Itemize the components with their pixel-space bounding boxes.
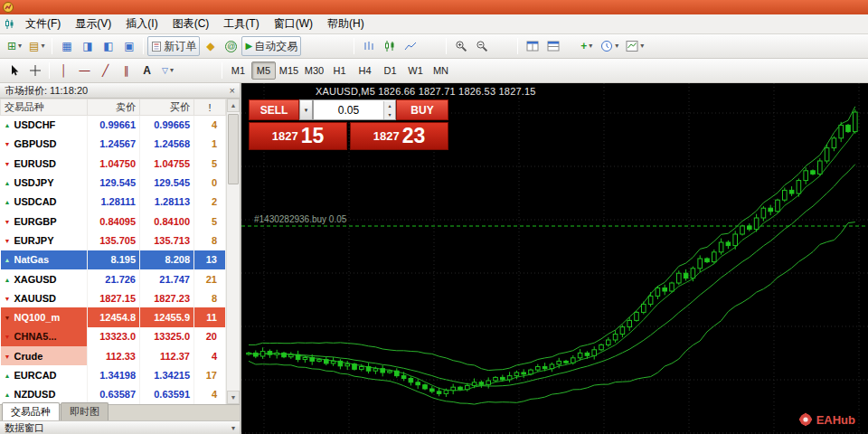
buy-button[interactable]: BUY <box>396 99 448 120</box>
market-watch-toggle-button[interactable]: ▦ <box>56 36 77 56</box>
data-window-header[interactable]: 数据窗口 ▾ <box>0 420 240 434</box>
volume-spinner[interactable]: ▴ ▾ <box>383 101 395 119</box>
market-watch-row-NZDUSD[interactable]: ▲NZDUSD0.635870.635914 <box>1 385 226 404</box>
menu-item-3[interactable]: 图表(C) <box>165 14 217 34</box>
market-watch-row-XAUUSD[interactable]: ▼XAUUSD1827.151827.238 <box>1 288 226 307</box>
zoom-in-button[interactable] <box>450 36 471 56</box>
cascade-windows-button[interactable] <box>542 36 563 56</box>
scroll-down-icon[interactable]: ▼ <box>227 391 240 404</box>
tile-windows-button[interactable] <box>522 36 542 56</box>
timeframe-M1[interactable]: M1 <box>226 61 250 80</box>
horizontal-line-button[interactable]: ― <box>74 61 95 80</box>
chart-line-button[interactable] <box>400 36 420 56</box>
ask-cell: 1.34215 <box>140 365 194 384</box>
timeframe-W1[interactable]: W1 <box>403 61 428 80</box>
market-watch-row-EURGBP[interactable]: ▼EURGBP0.840950.841005 <box>1 212 226 231</box>
vertical-line-button[interactable]: │ <box>53 61 74 80</box>
menu-item-6[interactable]: 帮助(H) <box>320 14 372 34</box>
column-ask[interactable]: 买价 <box>140 99 194 116</box>
shapes-button[interactable]: ▽▾ <box>157 61 178 80</box>
periods-button[interactable]: ▾ <box>597 36 622 56</box>
profiles-button[interactable]: ▤▾ <box>25 36 48 56</box>
menu-item-0[interactable]: 文件(F) <box>18 14 68 34</box>
market-watch-row-USDCHF[interactable]: ▲USDCHF0.996610.996654 <box>1 116 226 135</box>
metaeditor-button[interactable]: ◆ <box>200 36 221 56</box>
menu-item-2[interactable]: 插入(I) <box>118 14 165 34</box>
scrollbar-thumb[interactable] <box>228 114 239 184</box>
chart-candles-button[interactable] <box>379 36 400 56</box>
chevron-down-icon: ▾ <box>170 67 174 74</box>
sell-button[interactable]: SELL <box>249 99 299 120</box>
chart-window-icon <box>4 18 15 30</box>
chart-area[interactable]: XAUUSD,M5 1826.66 1827.71 1826.53 1827.1… <box>241 83 868 434</box>
timeframe-M30[interactable]: M30 <box>302 61 326 80</box>
scroll-up-icon[interactable]: ▲ <box>227 99 240 112</box>
quotes-table-header[interactable]: 交易品种 卖价 买价 ! <box>1 99 226 116</box>
terminal-toggle-button[interactable]: ▣ <box>118 36 139 56</box>
timeframe-M5[interactable]: M5 <box>251 61 276 80</box>
sell-price-display[interactable]: 1827 15 <box>249 122 347 150</box>
navigator-toggle-button[interactable]: ◧ <box>98 36 118 56</box>
menu-item-4[interactable]: 工具(T) <box>216 14 266 34</box>
buy-price-display[interactable]: 1827 23 <box>350 122 448 150</box>
community-button[interactable]: @ <box>221 36 241 56</box>
market-watch-row-USDJPY[interactable]: ▲USDJPY129.545129.5450 <box>1 173 226 192</box>
market-watch-row-CHNA5...[interactable]: ▼CHNA5...13323.013325.020 <box>1 327 226 346</box>
trendline-button[interactable]: ╱ <box>95 61 116 80</box>
new-chart-button[interactable]: ⊞▾ <box>4 36 25 56</box>
scrollbar-track[interactable] <box>227 112 240 391</box>
cursor-button[interactable] <box>4 61 24 80</box>
order-type-dropdown[interactable]: ▾ <box>299 99 313 120</box>
market-watch-row-GBPUSD[interactable]: ▼GBPUSD1.245671.245681 <box>1 135 226 154</box>
column-symbol[interactable]: 交易品种 <box>1 99 88 116</box>
menu-item-1[interactable]: 显示(V) <box>68 14 118 34</box>
channel-button[interactable]: ∥ <box>116 61 137 80</box>
volume-input[interactable]: 0.05 ▴ ▾ <box>313 99 396 120</box>
trend-down-icon: ▼ <box>5 141 14 147</box>
timeframe-H4[interactable]: H4 <box>353 61 377 80</box>
zoom-out-button[interactable] <box>471 36 492 56</box>
tab-交易品种[interactable]: 交易品种 <box>2 402 60 420</box>
menu-item-5[interactable]: 窗口(W) <box>267 14 320 34</box>
autotrading-button[interactable]: ▶自动交易 <box>241 36 301 56</box>
market-watch-row-USDCAD[interactable]: ▲USDCAD1.281111.281132 <box>1 193 226 212</box>
close-icon[interactable]: × <box>230 85 235 96</box>
data-window-toggle-button[interactable]: ◨ <box>77 36 98 56</box>
new-order-button[interactable]: 新订单 <box>147 36 200 56</box>
chevron-down-icon: ▾ <box>615 42 618 50</box>
timeframe-M15[interactable]: M15 <box>277 61 301 80</box>
column-bid[interactable]: 卖价 <box>88 99 140 116</box>
market-watch-row-NatGas[interactable]: ▲NatGas8.1958.20813 <box>1 250 226 269</box>
bid-cell: 1.24567 <box>88 135 140 154</box>
market-watch-row-NQ100_m[interactable]: ▼NQ100_m12454.812455.911 <box>1 307 226 326</box>
spinner-up-icon[interactable]: ▴ <box>384 101 395 110</box>
bid-cell: 129.545 <box>88 173 140 192</box>
text-tool-button[interactable]: A <box>137 61 157 80</box>
timeframe-H1[interactable]: H1 <box>327 61 352 80</box>
market-watch-header: 市场报价: 11:18:20 × <box>0 83 240 99</box>
timeframe-D1[interactable]: D1 <box>378 61 402 80</box>
tab-即时图[interactable]: 即时图 <box>61 402 108 420</box>
market-watch-row-EURCAD[interactable]: ▲EURCAD1.341981.3421517 <box>1 365 226 384</box>
ask-cell: 1827.23 <box>140 288 194 307</box>
sell-price-main: 1827 <box>272 129 298 143</box>
market-watch-row-EURUSD[interactable]: ▼EURUSD1.047501.047555 <box>1 154 226 173</box>
market-watch-row-EURJPY[interactable]: ▼EURJPY135.705135.7138 <box>1 231 226 250</box>
chevron-down-icon[interactable]: ▾ <box>231 424 235 432</box>
column-spread[interactable]: ! <box>194 99 226 116</box>
timeframe-MN[interactable]: MN <box>429 61 453 80</box>
market-watch-row-Crude[interactable]: ▼Crude112.33112.374 <box>1 346 226 365</box>
market-watch-scrollbar[interactable]: ▲ ▼ <box>226 99 240 404</box>
menubar: 文件(F)显示(V)插入(I)图表(C)工具(T)窗口(W)帮助(H) <box>0 14 868 34</box>
spinner-down-icon[interactable]: ▾ <box>384 110 395 119</box>
spread-cell: 8 <box>194 231 226 250</box>
indicators-button[interactable]: +▾ <box>576 36 597 56</box>
templates-button[interactable]: ▾ <box>622 36 647 56</box>
chart-bars-button[interactable] <box>358 36 379 56</box>
shapes-icon: ▽ <box>162 67 168 75</box>
volume-value[interactable]: 0.05 <box>314 104 383 117</box>
symbol-label: XAUUSD <box>14 293 56 304</box>
horizontal-line-icon: ― <box>80 65 90 76</box>
crosshair-button[interactable] <box>24 61 45 80</box>
market-watch-row-XAGUSD[interactable]: ▲XAGUSD21.72621.74721 <box>1 269 226 288</box>
